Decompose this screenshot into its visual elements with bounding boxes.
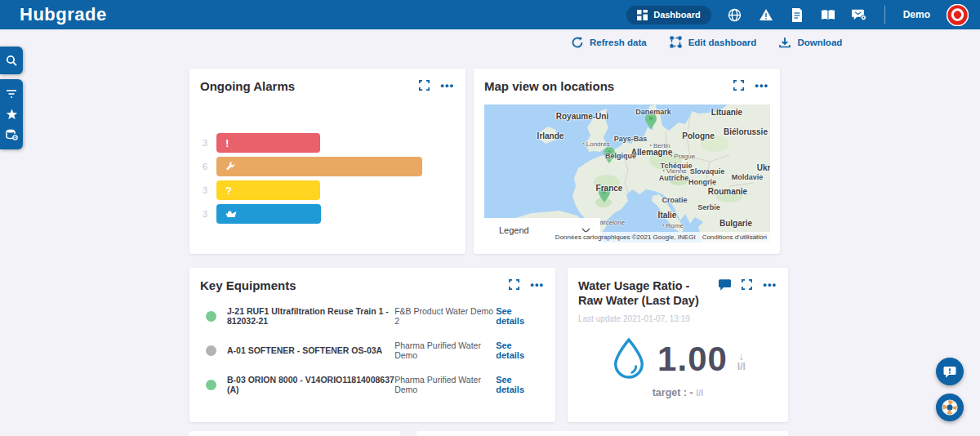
expand-icon[interactable] bbox=[741, 278, 753, 291]
kpi-value: 1.00 bbox=[657, 340, 728, 379]
messages-chat-icon[interactable] bbox=[852, 7, 866, 22]
edit-dashboard-icon bbox=[670, 36, 682, 48]
app-logo[interactable]: Hubgrade bbox=[20, 4, 107, 25]
alarm-bar-lubrication[interactable] bbox=[216, 204, 321, 224]
status-dot bbox=[206, 311, 216, 322]
documentation-book-icon[interactable] bbox=[821, 7, 835, 22]
kpi-target-unit: l/l bbox=[696, 388, 703, 398]
user-avatar[interactable] bbox=[947, 4, 969, 26]
kpi-target-label: target : - bbox=[653, 387, 693, 398]
search-icon[interactable] bbox=[5, 54, 18, 67]
alarm-count: 3 bbox=[199, 185, 211, 195]
wrench-icon bbox=[225, 162, 235, 171]
refresh-label: Refresh data bbox=[590, 38, 647, 47]
kpi-value-group: 1.00 ↓ l/l bbox=[568, 336, 788, 382]
alarm-bar-maintenance[interactable] bbox=[216, 157, 422, 176]
alarm-count: 3 bbox=[199, 138, 211, 148]
key-equipments-card: Key Equipments ••• J-21 RUF1 Ultrafiltra… bbox=[189, 268, 555, 422]
map-view-title: Map view on locations bbox=[484, 79, 614, 94]
alarm-bar-unknown[interactable]: ? bbox=[216, 180, 320, 200]
filter-icon[interactable] bbox=[5, 87, 18, 100]
map-label-country: Lituanie bbox=[711, 108, 742, 117]
favorites-star-icon[interactable] bbox=[5, 108, 18, 121]
terms-link[interactable]: Conditions d'utilisation bbox=[702, 234, 767, 241]
map-label-city: Vienne bbox=[662, 167, 686, 175]
map-label-country: Croatie bbox=[662, 196, 687, 204]
download-button[interactable]: Download bbox=[779, 37, 842, 48]
map-canvas[interactable]: Royaume-Uni Irlande Pays-Bas Danemark Li… bbox=[484, 105, 770, 242]
edit-dashboard-button[interactable]: Edit dashboard bbox=[670, 36, 757, 48]
reports-file-icon[interactable] bbox=[790, 7, 804, 22]
user-name: Demo bbox=[903, 9, 930, 20]
map-label-country: Pologne bbox=[682, 131, 714, 140]
card-menu-icon[interactable]: ••• bbox=[763, 281, 777, 289]
see-details-link[interactable]: See details bbox=[496, 306, 541, 326]
kpi-title: Water Usage Ratio - Raw Water (Last Day) bbox=[578, 278, 715, 308]
equipment-row: A-01 SOFTENER - SOFTENER OS-03A Pharma P… bbox=[189, 339, 555, 362]
legend-label: Legend bbox=[499, 225, 529, 235]
dashboard-actions: Refresh data Edit dashboard Download bbox=[572, 36, 842, 48]
dashboard-nav-button[interactable]: Dashboard bbox=[626, 6, 710, 24]
expand-icon[interactable] bbox=[418, 79, 430, 91]
equipment-site: Pharma Purified Water Demo bbox=[394, 340, 496, 360]
alarm-bar-row: 3 bbox=[199, 204, 466, 224]
help-lifebuoy-button[interactable] bbox=[936, 394, 964, 421]
map-label-city: Berlin bbox=[650, 142, 670, 149]
map-label-country: Pays-Bas bbox=[614, 135, 648, 143]
map-label-city: Londres bbox=[582, 140, 609, 148]
globe-icon[interactable] bbox=[728, 7, 742, 22]
card-menu-icon[interactable]: ••• bbox=[440, 82, 454, 90]
data-services-icon[interactable] bbox=[5, 128, 18, 141]
equipment-name: B-03 ORION 8000 - V14ORIO11814008637 (A) bbox=[227, 375, 394, 394]
equipment-row: B-03 ORION 8000 - V14ORIO11814008637 (A)… bbox=[189, 373, 555, 396]
expand-icon[interactable] bbox=[733, 79, 745, 91]
comment-icon[interactable] bbox=[719, 278, 731, 291]
kpi-unit: l/l bbox=[737, 361, 746, 372]
alarm-count: 3 bbox=[199, 209, 211, 219]
map-label-country: Roumanie bbox=[708, 187, 747, 196]
map-label-country: Royaume-Uni bbox=[556, 112, 608, 121]
lifebuoy-icon bbox=[942, 399, 958, 416]
alerts-warning-icon[interactable] bbox=[759, 7, 773, 22]
alarm-bar-critical[interactable]: ! bbox=[216, 133, 320, 153]
dashboard-nav-label: Dashboard bbox=[653, 10, 700, 20]
kpi-last-update: Last update 2021-01-07, 13:19 bbox=[568, 308, 788, 323]
question-icon: ? bbox=[225, 185, 232, 196]
feedback-bubble-icon bbox=[943, 366, 956, 378]
navbar-divider bbox=[884, 6, 885, 24]
map-label-city: Prague bbox=[670, 153, 695, 160]
attribution-text: Données cartographiques ©2021 Google, IN… bbox=[555, 234, 696, 241]
alarm-bars: 3 ! 6 3 ? 3 bbox=[189, 133, 466, 224]
card-menu-icon[interactable]: ••• bbox=[530, 281, 544, 289]
expand-icon[interactable] bbox=[508, 278, 520, 291]
top-navbar: Hubgrade Dashboard Demo bbox=[0, 0, 980, 29]
map-label-country: Serbie bbox=[697, 203, 720, 211]
refresh-data-button[interactable]: Refresh data bbox=[572, 37, 647, 48]
sidebar-tools-panel bbox=[0, 79, 23, 149]
see-details-link[interactable]: See details bbox=[496, 340, 541, 360]
see-details-link[interactable]: See details bbox=[496, 375, 541, 394]
ongoing-alarms-title: Ongoing Alarms bbox=[200, 79, 295, 94]
alarm-bar-row: 3 ? bbox=[199, 180, 466, 200]
status-dot bbox=[206, 345, 216, 356]
map-label-country: Moldavie bbox=[732, 173, 764, 181]
equipment-name: J-21 RUF1 Ultrafiltration Reuse Train 1 … bbox=[227, 306, 394, 326]
water-drop-icon bbox=[610, 336, 648, 382]
water-usage-ratio-card: Water Usage Ratio - Raw Water (Last Day)… bbox=[568, 268, 788, 422]
equipment-site: Pharma Purified Water Demo bbox=[394, 375, 496, 394]
feedback-button[interactable] bbox=[936, 358, 964, 385]
next-row-card-stub bbox=[416, 431, 788, 436]
map-label-country: Italie bbox=[658, 211, 677, 220]
key-equipments-title: Key Equipments bbox=[200, 278, 296, 293]
card-menu-icon[interactable]: ••• bbox=[755, 82, 768, 90]
equipment-name: A-01 SOFTENER - SOFTENER OS-03A bbox=[227, 345, 394, 355]
map-label-country: Slovaquie bbox=[690, 167, 725, 176]
download-label: Download bbox=[797, 38, 842, 47]
map-label-country: Belgique bbox=[605, 152, 636, 160]
next-row-card-stub bbox=[189, 431, 400, 436]
refresh-icon bbox=[572, 37, 583, 48]
map-label-country: Irlande bbox=[537, 131, 564, 140]
map-label-country: Biélorussie bbox=[724, 127, 768, 136]
map-label-city: Rome bbox=[662, 222, 684, 229]
map-view-card: Map view on locations ••• bbox=[474, 69, 780, 254]
